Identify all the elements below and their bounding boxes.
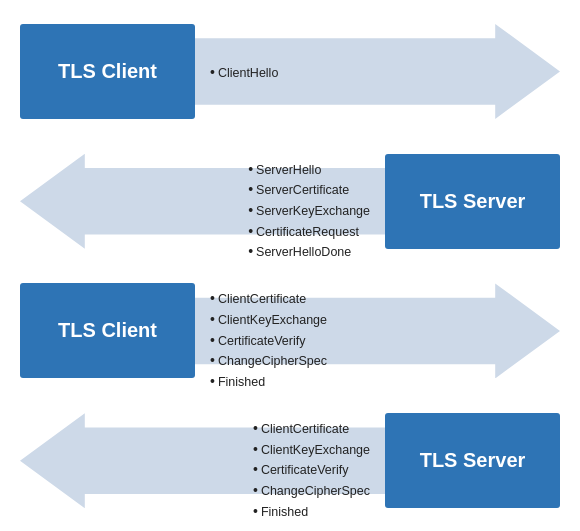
bullet-dot: • [253, 442, 258, 456]
bullet-dot: • [210, 312, 215, 326]
bullet-item-3-5: •Finished [210, 372, 327, 393]
box-label-3: TLS Client [58, 319, 157, 342]
bullet-dot: • [210, 353, 215, 367]
bullet-dot: • [248, 244, 253, 258]
bullet-text: CertificateVerify [218, 330, 306, 351]
blue-box-1: TLS Client [20, 24, 195, 119]
bullet-dot: • [210, 65, 215, 79]
blue-box-2: TLS Server [385, 154, 560, 249]
bullet-text: ClientKeyExchange [218, 310, 327, 331]
arrow-text-1: •ClientHello [210, 63, 278, 84]
diagram: TLS Client•ClientHelloTLS Server•ServerH… [0, 0, 580, 531]
arrow-text-4: •ClientCertificate•ClientKeyExchange•Cer… [253, 419, 370, 522]
bullet-item-2-2: •ServerCertificate [248, 180, 370, 201]
blue-box-4: TLS Server [385, 413, 560, 508]
bullet-dot: • [210, 374, 215, 388]
blue-box-3: TLS Client [20, 283, 195, 378]
bullet-text: ClientCertificate [261, 419, 349, 440]
bullet-text: ServerHelloDone [256, 242, 351, 263]
bullet-text: ServerCertificate [256, 180, 349, 201]
bullet-item-2-5: •ServerHelloDone [248, 242, 370, 263]
bullet-dot: • [248, 182, 253, 196]
bullet-dot: • [210, 332, 215, 346]
bullet-text: ClientHello [218, 63, 278, 84]
bullet-text: ServerKeyExchange [256, 201, 370, 222]
arrow-text-3: •ClientCertificate•ClientKeyExchange•Cer… [210, 289, 327, 392]
bullet-item-2-3: •ServerKeyExchange [248, 201, 370, 222]
bullet-text: Finished [218, 372, 265, 393]
box-label-4: TLS Server [420, 449, 526, 472]
bullet-item-4-2: •ClientKeyExchange [253, 440, 370, 461]
bullet-dot: • [248, 203, 253, 217]
bullet-dot: • [248, 223, 253, 237]
row-3: TLS Client•ClientCertificate•ClientKeyEx… [20, 275, 560, 385]
bullet-item-4-5: •Finished [253, 501, 370, 522]
bullet-item-1-1: •ClientHello [210, 63, 278, 84]
box-label-1: TLS Client [58, 60, 157, 83]
bullet-dot: • [248, 161, 253, 175]
bullet-item-3-4: •ChangeCipherSpec [210, 351, 327, 372]
bullet-item-2-1: •ServerHello [248, 159, 370, 180]
row-1: TLS Client•ClientHello [20, 16, 560, 126]
box-label-2: TLS Server [420, 190, 526, 213]
bullet-item-2-4: •CertificateRequest [248, 221, 370, 242]
bullet-text: CertificateVerify [261, 460, 349, 481]
bullet-item-4-3: •CertificateVerify [253, 460, 370, 481]
bullet-item-3-2: •ClientKeyExchange [210, 310, 327, 331]
bullet-dot: • [253, 483, 258, 497]
bullet-dot: • [210, 291, 215, 305]
bullet-dot: • [253, 421, 258, 435]
row-4: TLS Server•ClientCertificate•ClientKeyEx… [20, 405, 560, 515]
bullet-text: ChangeCipherSpec [261, 481, 370, 502]
bullet-item-3-1: •ClientCertificate [210, 289, 327, 310]
bullet-text: ClientKeyExchange [261, 440, 370, 461]
bullet-dot: • [253, 462, 258, 476]
bullet-text: CertificateRequest [256, 221, 359, 242]
bullet-item-4-1: •ClientCertificate [253, 419, 370, 440]
bullet-text: Finished [261, 501, 308, 522]
bullet-item-4-4: •ChangeCipherSpec [253, 481, 370, 502]
bullet-text: ClientCertificate [218, 289, 306, 310]
bullet-text: ChangeCipherSpec [218, 351, 327, 372]
bullet-text: ServerHello [256, 159, 321, 180]
row-2: TLS Server•ServerHello•ServerCertificate… [20, 146, 560, 256]
arrow-text-2: •ServerHello•ServerCertificate•ServerKey… [248, 159, 370, 262]
bullet-item-3-3: •CertificateVerify [210, 330, 327, 351]
bullet-dot: • [253, 503, 258, 517]
